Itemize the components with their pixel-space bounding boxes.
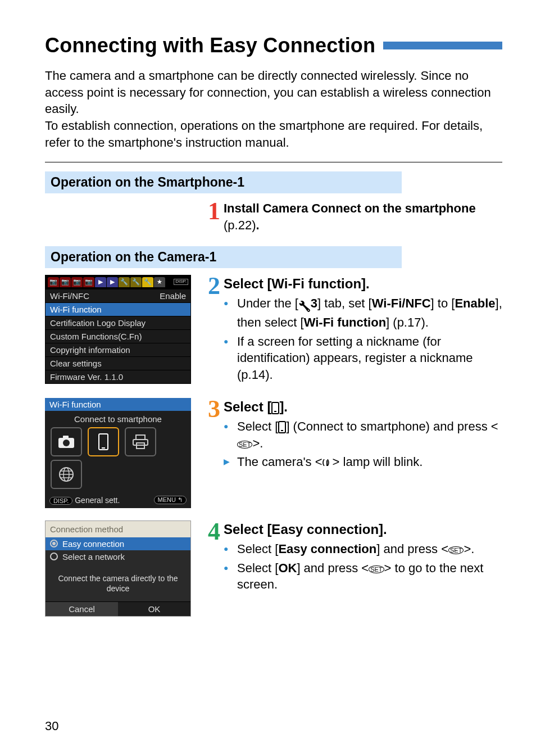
- step4-title: Select [Easy connection].: [224, 520, 502, 538]
- camera-tabs: 📷 📷 📷 📷 ▶ ▶ 🔧 🔧 🔧 ★ DISP.: [46, 275, 190, 289]
- wrench-icon: [298, 297, 311, 314]
- title-accent-bar: [383, 42, 502, 49]
- camera-section-heading: Operation on the Camera-1: [45, 246, 402, 268]
- menu-return-pill: MENU ↰: [154, 496, 187, 504]
- menu-row-firmware: Firmware Ver. 1.1.0: [46, 370, 190, 383]
- page-title: Connecting with Easy Connection: [45, 34, 375, 57]
- step-number-2: 2: [208, 275, 220, 297]
- step4-bullet-2: Select [OK] and press <SET> to go to the…: [224, 560, 502, 593]
- cam3-ok-button: OK: [118, 601, 190, 616]
- step2-title: Select [Wi-Fi function].: [224, 275, 502, 293]
- phone-icon: [278, 421, 286, 433]
- globe-icon: [58, 467, 74, 482]
- tab-setup-3-active: 🔧: [142, 277, 153, 287]
- cam3-option-easy: Easy connection: [46, 537, 190, 550]
- svg-rect-1: [63, 436, 69, 439]
- cam2-icon-camera: [51, 427, 82, 456]
- tab-shoot-2: 📷: [60, 277, 71, 287]
- step-number-1: 1: [208, 200, 220, 223]
- cam2-footer-left: General sett.: [75, 496, 120, 505]
- menu-row-custom-fn: Custom Functions(C.Fn): [46, 329, 190, 343]
- menu-row-copyright: Copyright information: [46, 343, 190, 356]
- svg-point-2: [63, 440, 70, 446]
- disp-tag: DISP.: [174, 279, 188, 285]
- tab-setup-2: 🔧: [130, 277, 142, 287]
- svg-rect-3: [99, 434, 108, 450]
- menu-row-wifi-nfc: Wi-Fi/NFCEnable: [46, 289, 190, 302]
- step3-title: Select [].: [224, 398, 502, 416]
- cam2-icon-printer: [125, 427, 156, 456]
- tab-shoot-4: 📷: [83, 277, 94, 287]
- set-button-icon: SET: [369, 565, 384, 573]
- cam3-option-network: Select a network: [46, 550, 190, 563]
- phone-icon: [271, 402, 279, 414]
- wifi-lamp-icon: [322, 458, 333, 467]
- tab-shoot-3: 📷: [71, 277, 83, 287]
- page-number: 30: [45, 719, 58, 734]
- step-number-3: 3: [208, 398, 220, 420]
- cam2-subtitle: Connect to smartphone: [45, 411, 191, 427]
- cam2-title: Wi-Fi function: [45, 398, 191, 411]
- cam2-icon-web: [51, 460, 82, 489]
- section-divider: [45, 162, 502, 162]
- cam3-message: Connect the camera directly to the devic…: [46, 563, 190, 601]
- set-button-icon: SET: [237, 441, 252, 449]
- disp-pill: DISP.: [49, 497, 72, 505]
- tab-custom: ★: [154, 277, 165, 287]
- step4-bullet-1: Select [Easy connection] and press <SET>…: [224, 541, 502, 558]
- tab-play-2: ▶: [107, 277, 118, 287]
- camera-wifi-function-screenshot: Wi-Fi function Connect to smartphone: [45, 398, 191, 508]
- step2-bullet-1: Under the [3] tab, set [Wi-Fi/NFC] to [E…: [224, 295, 502, 331]
- camera-menu-screenshot-1: 📷 📷 📷 📷 ▶ ▶ 🔧 🔧 🔧 ★ DISP. Wi-Fi/NFCEnabl…: [45, 275, 191, 384]
- step1-text: Install Camera Connect on the smartphone…: [224, 200, 502, 233]
- intro-paragraph: The camera and a smartphone can be direc…: [45, 67, 502, 151]
- menu-row-cert-logo: Certification Logo Display: [46, 316, 190, 329]
- tab-shoot-1: 📷: [48, 277, 59, 287]
- menu-row-clear: Clear settings: [46, 356, 190, 370]
- menu-row-wifi-function: Wi-Fi function: [46, 302, 190, 316]
- svg-rect-4: [102, 447, 105, 449]
- radio-empty-icon: [50, 553, 58, 560]
- cam2-icon-smartphone: [88, 427, 119, 456]
- printer-icon: [133, 434, 148, 449]
- camera-connection-method-screenshot: Connection method Easy connection Select…: [45, 520, 191, 617]
- step3-bullet-1: Select [] (Connect to smartphone) and pr…: [224, 418, 502, 451]
- set-button-icon: SET: [448, 546, 464, 554]
- step-number-4: 4: [208, 520, 220, 543]
- camera-icon: [58, 435, 75, 449]
- cam3-title: Connection method: [46, 521, 190, 537]
- step3-bullet-2: The camera's <> lamp will blink.: [224, 454, 502, 470]
- smartphone-section-heading: Operation on the Smartphone-1: [45, 171, 402, 193]
- tab-setup-1: 🔧: [119, 277, 130, 287]
- svg-rect-5: [136, 435, 145, 440]
- cam3-cancel-button: Cancel: [46, 601, 118, 616]
- tab-play-1: ▶: [95, 277, 106, 287]
- radio-filled-icon: [50, 540, 58, 547]
- smartphone-icon: [98, 433, 108, 450]
- step2-bullet-2: If a screen for setting a nickname (for …: [224, 333, 502, 383]
